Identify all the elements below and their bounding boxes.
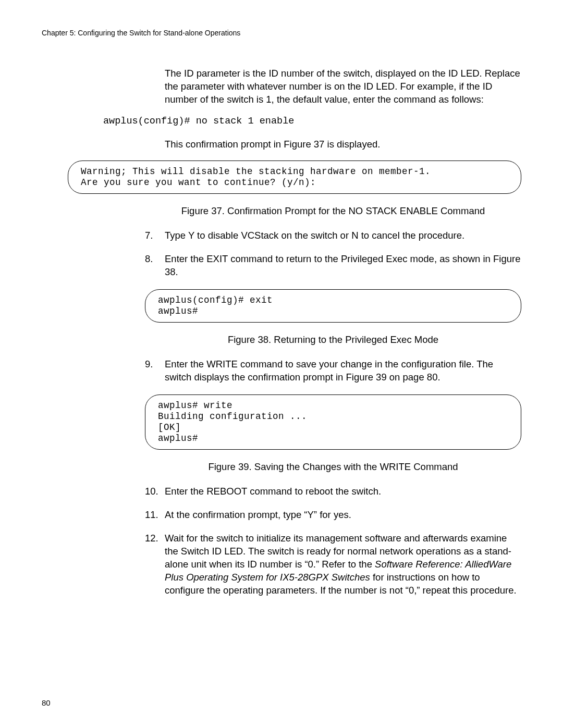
step-10: 10. Enter the REBOOT command to reboot t… (145, 485, 521, 498)
step-7-number: 7. (145, 229, 165, 242)
paragraph-id-param: The ID parameter is the ID number of the… (165, 67, 521, 106)
page-number: 80 (42, 698, 51, 707)
code-no-stack: awplus(config)# no stack 1 enable (103, 116, 521, 127)
paragraph-confirmation: This confirmation prompt in Figure 37 is… (165, 138, 521, 151)
step-11: 11. At the confirmation prompt, type “Y”… (145, 509, 521, 522)
figure-38-caption: Figure 38. Returning to the Privileged E… (145, 334, 521, 346)
step-11-number: 11. (145, 509, 165, 522)
step-7: 7. Type Y to disable VCStack on the swit… (145, 229, 521, 242)
step-12-text: Wait for the switch to initialize its ma… (165, 532, 521, 597)
code-box-exit: awplus(config)# exit awplus# (145, 289, 521, 323)
step-10-text: Enter the REBOOT command to reboot the s… (165, 485, 521, 498)
figure-37-caption: Figure 37. Confirmation Prompt for the N… (145, 205, 521, 217)
step-11-text: At the confirmation prompt, type “Y” for… (165, 509, 521, 522)
chapter-header: Chapter 5: Configuring the Switch for St… (42, 29, 521, 37)
main-content: The ID parameter is the ID number of the… (145, 67, 521, 597)
figure-39-caption: Figure 39. Saving the Changes with the W… (145, 461, 521, 473)
step-9-text: Enter the WRITE command to save your cha… (165, 358, 521, 384)
step-7-text: Type Y to disable VCStack on the switch … (165, 229, 521, 242)
step-8-number: 8. (145, 253, 165, 279)
step-10-number: 10. (145, 485, 165, 498)
step-9: 9. Enter the WRITE command to save your … (145, 358, 521, 384)
code-box-warning: Warning; This will disable the stacking … (68, 161, 521, 194)
step-9-number: 9. (145, 358, 165, 384)
step-8-text: Enter the EXIT command to return to the … (165, 253, 521, 279)
step-12: 12. Wait for the switch to initialize it… (145, 532, 521, 597)
step-8: 8. Enter the EXIT command to return to t… (145, 253, 521, 279)
step-12-number: 12. (145, 532, 165, 597)
code-box-write: awplus# write Building configuration ...… (145, 394, 521, 450)
